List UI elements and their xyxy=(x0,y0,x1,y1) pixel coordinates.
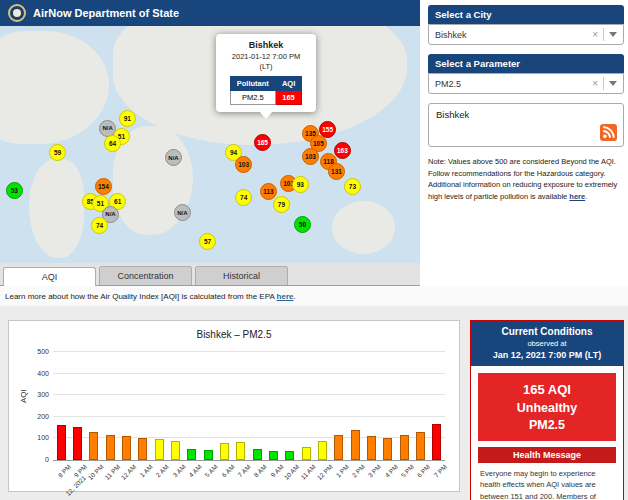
aqi-bar[interactable] xyxy=(400,435,409,460)
tab-aqi[interactable]: AQI xyxy=(3,267,96,286)
popup-pollutant-value: PM2.5 xyxy=(230,90,275,104)
aqi-map-marker[interactable]: 113 xyxy=(260,183,277,200)
app-title: AirNow Department of State xyxy=(33,7,179,19)
aqi-map-marker[interactable]: 91 xyxy=(119,110,136,127)
aqi-map-marker[interactable]: N/A xyxy=(174,204,191,221)
aqi-bar[interactable] xyxy=(367,436,376,460)
bar-column xyxy=(69,427,85,460)
aqi-map-marker[interactable]: 93 xyxy=(292,176,309,193)
learn-more-suffix: . xyxy=(293,292,295,301)
x-tick-cell: 3 PM xyxy=(363,460,379,486)
rss-icon[interactable] xyxy=(600,124,617,141)
x-tick-cell: 11 AM xyxy=(298,460,314,486)
aqi-map-marker[interactable]: 131 xyxy=(328,163,345,180)
chevron-down-icon[interactable] xyxy=(609,81,617,86)
chart-y-axis-label: AQI xyxy=(19,389,28,403)
aqi-bar[interactable] xyxy=(351,430,360,460)
aqi-map-marker[interactable]: 103 xyxy=(302,148,319,165)
aqi-bar[interactable] xyxy=(334,435,343,460)
aqi-value-block: 165 AQI Unhealthy PM2.5 xyxy=(478,373,616,441)
aqi-map-marker[interactable]: 74 xyxy=(91,217,108,234)
aqi-bar[interactable] xyxy=(236,442,245,460)
note-here-link[interactable]: here xyxy=(569,192,585,201)
aqi-bar[interactable] xyxy=(302,447,311,460)
aqi-map-marker[interactable]: 57 xyxy=(199,233,216,250)
x-tick-cell: 4 PM xyxy=(380,460,396,486)
aqi-bar[interactable] xyxy=(106,435,115,460)
aqi-map-marker[interactable]: 103 xyxy=(235,156,252,173)
x-tick-cell: 12 PM xyxy=(314,460,330,486)
world-aqi-map[interactable]: 5359N/A915164154855161N/A74N/AN/A5794103… xyxy=(0,26,420,263)
gridline xyxy=(53,351,445,352)
bar-column xyxy=(429,424,445,460)
aqi-bar[interactable] xyxy=(204,450,213,460)
aqi-bar[interactable] xyxy=(269,451,278,461)
aqi-map-marker[interactable]: 74 xyxy=(235,189,252,206)
sidebar: Select a City Bishkek × Select a Paramet… xyxy=(420,0,628,263)
tab-concentration[interactable]: Concentration xyxy=(99,266,192,285)
x-tick-cell: 6 AM xyxy=(216,460,232,486)
aqi-map-marker[interactable]: 163 xyxy=(334,142,351,159)
bar-column xyxy=(331,435,347,460)
popup-date-text: 2021-01-12 7:00 PM xyxy=(232,52,300,61)
y-tick-label: 200 xyxy=(37,413,49,420)
bar-column xyxy=(249,449,265,460)
aqi-map-marker[interactable]: 50 xyxy=(294,216,311,233)
aqi-bar[interactable] xyxy=(57,425,66,460)
aqi-bar[interactable] xyxy=(187,449,196,460)
parameter-clear-icon[interactable]: × xyxy=(587,78,603,89)
aqi-map-marker[interactable]: N/A xyxy=(165,149,182,166)
health-message-text: Everyone may begin to experience health … xyxy=(471,463,623,500)
aqi-map-marker[interactable]: 165 xyxy=(254,134,271,151)
bar-column xyxy=(314,441,330,460)
city-select[interactable]: Bishkek × xyxy=(428,24,624,45)
aqi-bar[interactable] xyxy=(171,441,180,460)
parameter-select[interactable]: PM2.5 × xyxy=(428,73,624,94)
conditions-title: Current Conditions xyxy=(474,326,620,337)
bar-column xyxy=(53,425,69,460)
map-landmass xyxy=(29,159,84,259)
aqi-bar[interactable] xyxy=(432,424,441,460)
aqi-bar[interactable] xyxy=(73,427,82,460)
aqi-map-marker[interactable]: 73 xyxy=(344,178,361,195)
bar-column xyxy=(135,438,151,460)
aqi-bar[interactable] xyxy=(318,441,327,460)
aqi-category: Unhealthy xyxy=(481,401,613,415)
popup-tz-text: (LT) xyxy=(259,62,272,71)
bar-column xyxy=(151,439,167,460)
aqi-bar[interactable] xyxy=(89,432,98,461)
aqi-bar[interactable] xyxy=(220,443,229,460)
city-clear-icon[interactable]: × xyxy=(587,29,603,40)
aqi-bar[interactable] xyxy=(383,438,392,460)
bar-column xyxy=(298,447,314,460)
chart-title: Bishkek – PM2.5 xyxy=(9,329,459,340)
city-panel: Select a City Bishkek × xyxy=(428,5,624,45)
health-message-title: Health Message xyxy=(478,447,616,463)
tab-historical[interactable]: Historical xyxy=(195,266,288,285)
popup-col-pollutant: Pollutant xyxy=(230,76,275,90)
learn-more-here-link[interactable]: here xyxy=(277,292,294,301)
aqi-bar[interactable] xyxy=(416,432,425,460)
bar-column xyxy=(118,436,134,460)
bar-column xyxy=(282,451,298,460)
aqi-bar[interactable] xyxy=(122,436,131,460)
aqi-map-marker[interactable]: 79 xyxy=(273,196,290,213)
rss-feed-box: Bishkek xyxy=(428,103,624,147)
chart-plot-area: 0100200300400500 8 PM9 PM10 PM11 PM12 AM… xyxy=(53,353,445,461)
select-divider xyxy=(603,28,604,41)
chevron-down-icon[interactable] xyxy=(609,32,617,37)
aqi-bar[interactable] xyxy=(155,439,164,460)
aqi-map-marker[interactable]: 53 xyxy=(6,182,23,199)
bar-column xyxy=(363,436,379,460)
x-tick-cell: 10 PM xyxy=(86,460,102,486)
top-section: AirNow Department of State 5359N/A915164… xyxy=(0,0,628,263)
bar-column xyxy=(347,430,363,460)
popup-table: Pollutant AQI PM2.5 165 xyxy=(230,76,302,105)
map-landmass xyxy=(332,201,395,253)
aqi-bar[interactable] xyxy=(253,449,262,460)
x-tick-cell: 6 PM xyxy=(412,460,428,486)
aqi-map-marker[interactable]: 154 xyxy=(95,178,112,195)
learn-more-line: Learn more about how the Air Quality Ind… xyxy=(0,286,628,306)
aqi-bar[interactable] xyxy=(138,438,147,460)
aqi-bar[interactable] xyxy=(285,451,294,460)
